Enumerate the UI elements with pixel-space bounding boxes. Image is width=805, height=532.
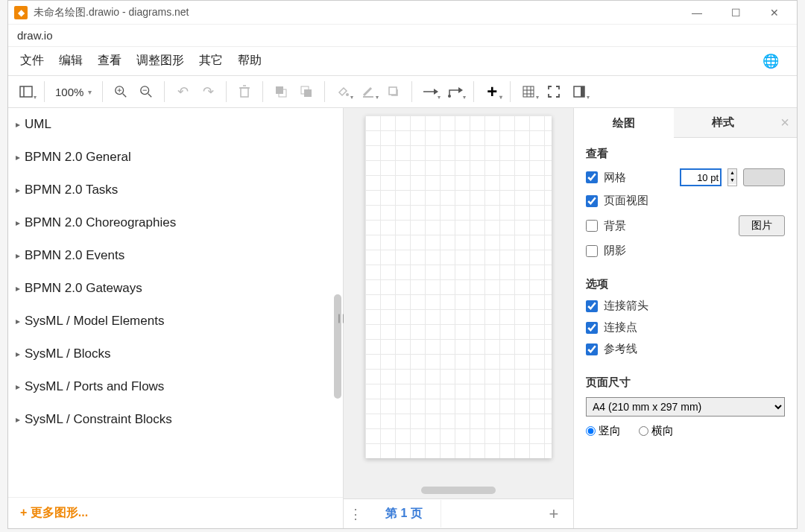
background-image-button[interactable]: 图片 (739, 215, 785, 236)
portrait-text: 竖向 (599, 424, 621, 438)
svg-point-6 (141, 86, 149, 95)
background-checkbox[interactable] (586, 220, 598, 232)
page-surface[interactable] (365, 115, 552, 458)
maximize-button[interactable]: ☐ (725, 4, 746, 22)
svg-rect-12 (276, 86, 283, 94)
page-tab-1[interactable]: 第 1 页 (367, 500, 441, 528)
panel-close-button[interactable]: × (773, 108, 797, 138)
pagesize-heading: 页面尺寸 (586, 376, 785, 390)
pageview-label: 页面视图 (604, 194, 785, 208)
minimize-button[interactable]: — (686, 4, 707, 22)
svg-rect-0 (20, 86, 32, 97)
delete-button[interactable] (233, 80, 256, 104)
shape-category[interactable]: BPMN 2.0 Choreographies (8, 206, 343, 239)
canvas-hscroll-thumb[interactable] (421, 487, 496, 494)
menu-other[interactable]: 其它 (199, 53, 223, 69)
more-shapes-button[interactable]: + 更多图形... (8, 497, 343, 528)
svg-rect-13 (279, 89, 286, 97)
to-front-button[interactable] (269, 80, 293, 104)
shape-category[interactable]: SysML / Model Elements (8, 305, 343, 338)
grid-label: 网格 (604, 171, 674, 185)
app-window: ◆ 未命名绘图.drawio - diagrams.net — ☐ ✕ draw… (7, 0, 798, 529)
waypoint-button[interactable] (443, 80, 467, 104)
toolbar-separator (262, 81, 263, 102)
table-button[interactable] (517, 80, 540, 104)
landscape-radio-label[interactable]: 横向 (639, 424, 674, 438)
shadow-checkbox[interactable] (586, 245, 598, 257)
shape-category[interactable]: BPMN 2.0 Events (8, 239, 343, 272)
shape-category[interactable]: BPMN 2.0 General (8, 141, 343, 174)
portrait-radio-label[interactable]: 竖向 (586, 424, 621, 438)
svg-rect-9 (241, 88, 248, 97)
landscape-text: 横向 (651, 424, 674, 438)
shape-category[interactable]: BPMN 2.0 Tasks (8, 174, 343, 206)
format-panel-tabs: 绘图 样式 × (574, 108, 797, 138)
connection-button[interactable] (418, 80, 442, 104)
shape-category[interactable]: SysML / Ports and Flows (8, 370, 343, 403)
guides-label: 参考线 (604, 342, 785, 356)
guides-checkbox[interactable] (586, 343, 598, 355)
svg-rect-26 (574, 86, 584, 97)
toolbar-separator (473, 81, 474, 102)
close-button[interactable]: ✕ (764, 4, 785, 22)
sidebar-scrollbar-thumb[interactable] (334, 294, 341, 399)
toolbar-separator (510, 81, 511, 102)
svg-rect-17 (363, 96, 373, 98)
points-checkbox[interactable] (586, 322, 598, 334)
fill-color-button[interactable] (331, 80, 355, 104)
shapes-sidebar: UML BPMN 2.0 General BPMN 2.0 Tasks BPMN… (8, 108, 344, 528)
menu-view[interactable]: 查看 (98, 53, 121, 69)
arrows-checkbox[interactable] (586, 300, 598, 312)
svg-rect-18 (389, 87, 397, 95)
tab-draw[interactable]: 绘图 (574, 108, 674, 138)
language-icon[interactable]: 🌐 (763, 53, 779, 69)
undo-button[interactable]: ↶ (171, 80, 195, 104)
svg-point-2 (116, 86, 124, 95)
menu-edit[interactable]: 编辑 (59, 53, 83, 69)
shadow-label: 阴影 (604, 244, 785, 258)
add-page-button[interactable]: + (542, 504, 566, 524)
points-label: 连接点 (604, 320, 785, 335)
menu-help[interactable]: 帮助 (238, 53, 262, 69)
shape-category[interactable]: BPMN 2.0 Gateways (8, 272, 343, 305)
svg-point-20 (448, 95, 451, 98)
grid-size-input[interactable] (680, 168, 722, 186)
shape-category[interactable]: UML (8, 108, 343, 141)
grid-color-swatch[interactable] (743, 168, 785, 186)
spinner-down-icon[interactable]: ▼ (728, 177, 736, 184)
grid-size-spinner[interactable]: ▲▼ (727, 168, 737, 186)
pagesize-select[interactable]: A4 (210 mm x 297 mm) (586, 397, 785, 417)
svg-point-16 (346, 93, 349, 96)
format-panel: 绘图 样式 × 查看 网格 ▲▼ 页面视图 (573, 108, 797, 528)
landscape-radio[interactable] (639, 426, 648, 436)
toolbar-separator (411, 81, 412, 102)
grid-checkbox[interactable] (586, 171, 598, 183)
shape-category[interactable]: SysML / Blocks (8, 338, 343, 370)
svg-line-7 (148, 94, 152, 98)
zoom-dropdown[interactable]: 100% (51, 86, 96, 98)
svg-rect-14 (304, 89, 312, 97)
shadow-button[interactable] (382, 80, 405, 104)
menu-file[interactable]: 文件 (20, 53, 44, 69)
toolbar-separator (226, 81, 227, 102)
line-color-button[interactable] (356, 80, 380, 104)
page-tabs-menu-button[interactable]: ⋮ (344, 506, 367, 522)
tab-style[interactable]: 样式 (674, 108, 774, 138)
zoom-in-button[interactable] (109, 80, 133, 104)
redo-button[interactable]: ↷ (196, 80, 220, 104)
zoom-out-button[interactable] (134, 80, 158, 104)
sidebar-toggle-button[interactable] (14, 80, 38, 104)
menu-shape[interactable]: 调整图形 (136, 53, 184, 69)
shape-category[interactable]: SysML / Constraint Blocks (8, 403, 343, 436)
insert-button[interactable]: + (480, 80, 504, 104)
portrait-radio[interactable] (586, 426, 596, 436)
toolbar-separator (102, 81, 103, 102)
canvas[interactable] (344, 108, 573, 498)
svg-rect-15 (301, 86, 309, 94)
pageview-checkbox[interactable] (586, 195, 598, 207)
format-panel-button[interactable] (567, 80, 591, 104)
to-back-button[interactable] (294, 80, 318, 104)
fullscreen-button[interactable] (542, 80, 566, 104)
shape-category-list[interactable]: UML BPMN 2.0 General BPMN 2.0 Tasks BPMN… (8, 108, 343, 497)
spinner-up-icon[interactable]: ▲ (728, 169, 736, 177)
